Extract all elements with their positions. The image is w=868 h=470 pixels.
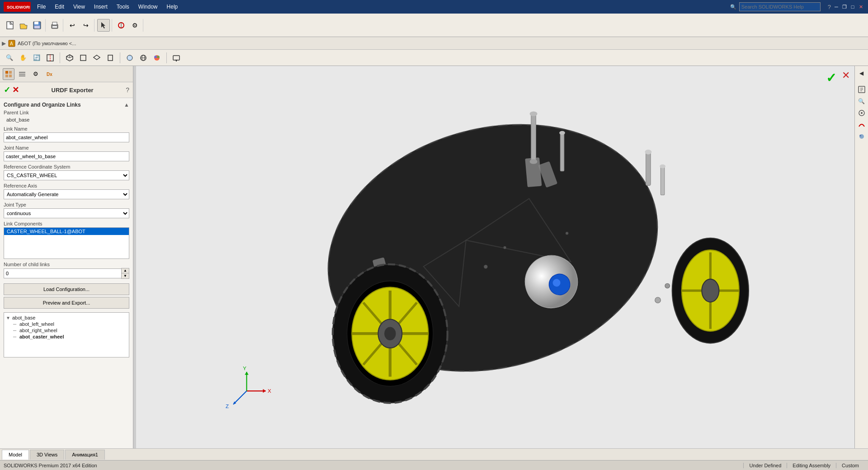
redo-btn[interactable]: ↪	[80, 19, 92, 32]
view-top-btn[interactable]	[91, 52, 103, 64]
close-btn[interactable]: ✕	[857, 3, 864, 10]
link-name-input[interactable]	[4, 132, 129, 142]
ref-coord-select[interactable]: CS_CASTER_WHEEL Automatically Generate N…	[4, 170, 129, 180]
tree-child-label-1: abot_right_wheel	[19, 328, 57, 333]
view-section-btn[interactable]	[44, 52, 56, 64]
tab-3d-views[interactable]: 3D Views	[30, 450, 64, 460]
statusbar-custom: Custom	[836, 463, 864, 468]
tree-child-0[interactable]: ─ abot_left_wheel	[13, 321, 127, 327]
svg-rect-4	[34, 22, 38, 24]
search-input[interactable]	[739, 2, 821, 11]
tab-model[interactable]: Model	[2, 450, 29, 460]
link-name-label: Link Name	[4, 126, 129, 132]
tree-child-2[interactable]: ─ abot_caster_wheel	[13, 334, 127, 340]
svg-text:Dx: Dx	[47, 72, 52, 77]
svg-rect-13	[47, 55, 53, 61]
select-btn[interactable]	[97, 19, 110, 32]
panel-feature-manager-btn[interactable]	[3, 68, 14, 80]
panel-property-manager-btn[interactable]	[16, 68, 28, 80]
menu-insert[interactable]: Insert	[92, 3, 109, 11]
svg-text:SOLIDWORKS: SOLIDWORKS	[7, 5, 30, 9]
undo-btn[interactable]: ↩	[66, 19, 79, 32]
view-shaded-btn[interactable]	[124, 52, 136, 64]
urdf-confirm-btn[interactable]: ✓	[4, 85, 10, 95]
view-front-btn[interactable]	[77, 52, 89, 64]
maximize-btn[interactable]: □	[849, 3, 856, 10]
menu-bar: File Edit View Insert Tools Window Help	[35, 3, 730, 11]
bottom-tabs: Model 3D Views Анимация1	[0, 448, 868, 460]
new-btn[interactable]	[4, 19, 16, 32]
joint-type-label: Joint Type	[4, 202, 129, 207]
view-iso-btn[interactable]	[64, 52, 75, 64]
right-solidworks-btn[interactable]	[856, 119, 867, 130]
app-logo: SOLIDWORKS	[4, 2, 31, 12]
link-component-item-0[interactable]: CASTER_WHEEL_BALL-1@ABOT	[4, 228, 129, 235]
tree-root-item[interactable]: ▼ abot_base	[6, 315, 127, 321]
ref-axis-select[interactable]: Automatically Generate X Y Z	[4, 189, 129, 199]
separator-1	[60, 52, 60, 63]
svg-rect-29	[5, 71, 8, 74]
menu-help[interactable]: Help	[165, 3, 180, 11]
joint-type-select[interactable]: continuous fixed revolute prismatic plan…	[4, 208, 129, 218]
statusbar-right-sections: Under Defined Editing Assembly Custom	[743, 463, 864, 468]
titlebar: SOLIDWORKS File Edit View Insert Tools W…	[0, 0, 868, 14]
view-zoom-btn[interactable]: 🔍	[4, 52, 15, 64]
spinbox-up-btn[interactable]: ▲	[122, 268, 129, 273]
form-section: Configure and Organize Links ▲ Parent Li…	[0, 98, 133, 361]
view-right-btn[interactable]	[104, 52, 116, 64]
num-children-label: Number of child links	[4, 262, 129, 267]
print-btn[interactable]	[48, 19, 61, 32]
right-tasks-btn[interactable]	[856, 84, 867, 95]
link-name-group: Link Name	[4, 126, 129, 142]
options-btn[interactable]: ⚙	[128, 19, 141, 32]
configure-section-header[interactable]: Configure and Organize Links ▲	[4, 100, 129, 110]
viewport[interactable]: ✓ ✕	[136, 66, 854, 448]
tab-animation[interactable]: Анимация1	[65, 450, 105, 460]
parent-link-label: Parent Link	[4, 110, 129, 115]
menu-edit[interactable]: Edit	[53, 3, 66, 11]
toolbar-select-section	[95, 19, 112, 32]
sketch-btn[interactable]	[115, 19, 127, 32]
view-pan-btn[interactable]: ✋	[17, 52, 29, 64]
svg-rect-32	[9, 75, 12, 77]
urdf-panel: ✓ ✕ URDF Exporter ? Configure and Organi…	[0, 82, 133, 448]
menu-file[interactable]: File	[35, 3, 47, 11]
panel-dim-expert-btn[interactable]: Dx	[43, 68, 55, 80]
svg-rect-30	[9, 71, 12, 74]
minimize-btn[interactable]: ─	[833, 3, 840, 10]
view-wireframe-btn[interactable]	[137, 52, 149, 64]
tree-children: ─ abot_left_wheel ─ abot_right_wheel ─ a…	[13, 321, 127, 340]
ref-axis-label: Reference Axis	[4, 183, 129, 188]
urdf-cancel-btn[interactable]: ✕	[12, 85, 19, 95]
tree-child-1[interactable]: ─ abot_right_wheel	[13, 327, 127, 334]
robot-3d-view: X Y Z	[136, 66, 854, 448]
num-children-input[interactable]	[4, 268, 121, 278]
panel-configuration-manager-btn[interactable]: ⚙	[30, 68, 42, 80]
menu-tools[interactable]: Tools	[115, 3, 131, 11]
load-config-btn[interactable]: Load Configuration...	[4, 283, 129, 295]
restore-btn[interactable]: ❐	[841, 3, 848, 10]
joint-name-group: Joint Name	[4, 145, 129, 161]
right-design-btn[interactable]	[856, 108, 867, 118]
view-display-btn[interactable]	[170, 52, 182, 64]
urdf-help-btn[interactable]: ?	[126, 86, 129, 94]
open-btn[interactable]	[17, 19, 30, 32]
help-icon[interactable]: ?	[828, 4, 831, 10]
save-btn[interactable]	[31, 19, 43, 32]
menu-window[interactable]: Window	[137, 3, 160, 11]
spinbox-down-btn[interactable]: ▼	[122, 273, 129, 278]
preview-export-btn[interactable]: Preview and Export...	[4, 297, 129, 309]
right-expand-btn[interactable]: ◀	[856, 68, 867, 79]
svg-point-93	[859, 135, 861, 136]
ref-coord-group: Reference Coordinate System CS_CASTER_WH…	[4, 164, 129, 180]
view-colors-btn[interactable]	[151, 52, 163, 64]
viewport-confirm-icon[interactable]: ✓	[826, 70, 836, 85]
view-rotate-btn[interactable]: 🔄	[31, 52, 42, 64]
svg-rect-68	[646, 152, 651, 185]
viewport-close-icon[interactable]: ✕	[842, 70, 850, 81]
joint-name-input[interactable]	[4, 151, 129, 161]
right-appearance-btn[interactable]	[856, 131, 867, 142]
right-search-btn[interactable]: 🔍	[856, 96, 867, 107]
tree-expand-icon-2: ─	[13, 334, 18, 339]
menu-view[interactable]: View	[71, 3, 87, 11]
